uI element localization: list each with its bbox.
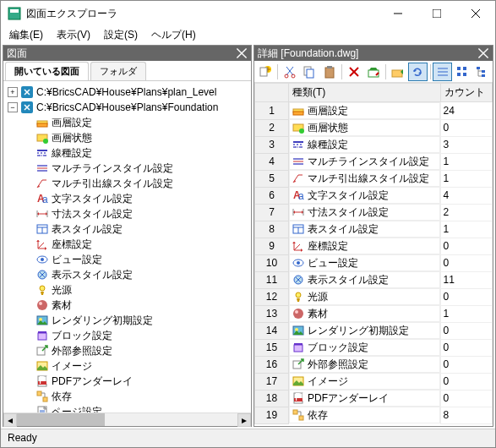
menu-view[interactable]: 表示(V)	[52, 26, 95, 43]
tree-node[interactable]: 線種設定	[52, 146, 92, 161]
type-cell[interactable]: Aa文字スタイル設定	[289, 187, 440, 204]
type-cell[interactable]: イメージ	[289, 373, 440, 390]
toolbar-tree-view-button[interactable]	[472, 63, 491, 81]
row-number[interactable]: 6	[255, 187, 289, 204]
tree-node[interactable]: 依存	[52, 390, 72, 404]
row-number[interactable]: 18	[255, 390, 289, 407]
table-row[interactable]: 11表示スタイル設定11	[255, 271, 493, 288]
row-number[interactable]: 9	[255, 238, 289, 254]
toolbar-paste-button[interactable]	[320, 63, 339, 81]
row-number[interactable]: 4	[255, 153, 289, 170]
menu-help[interactable]: ヘルプ(H)	[146, 26, 201, 43]
type-column-header[interactable]: 種類(T)	[289, 84, 441, 102]
tree-node[interactable]: 座標設定	[52, 238, 92, 252]
tree-node[interactable]: マルチラインスタイル設定	[52, 161, 173, 176]
type-cell[interactable]: 画層状態	[289, 119, 440, 136]
type-cell[interactable]: 表スタイル設定	[289, 221, 440, 238]
tree-file[interactable]: C:¥BricsCAD¥House¥Plans¥Foundation	[36, 101, 218, 113]
type-cell[interactable]: 光源	[289, 288, 440, 305]
table-row[interactable]: 8表スタイル設定1	[255, 221, 493, 238]
scroll-left-icon[interactable]: ◂	[3, 413, 17, 427]
row-number[interactable]: 15	[255, 339, 289, 356]
row-number[interactable]: 11	[255, 271, 289, 288]
close-button[interactable]	[456, 1, 495, 26]
toolbar-new-button[interactable]	[256, 63, 275, 81]
scroll-thumb[interactable]	[17, 413, 105, 426]
right-pane-close-icon[interactable]	[477, 47, 489, 59]
type-cell[interactable]: 画層設定	[289, 102, 440, 119]
toolbar-copy-button[interactable]	[300, 63, 319, 81]
type-cell[interactable]: 外部参照設定	[289, 356, 440, 373]
toolbar-refresh-button[interactable]	[408, 63, 427, 81]
table-row[interactable]: 9座標設定0	[255, 238, 493, 254]
table-row[interactable]: 10ビュー設定0	[255, 254, 493, 271]
table-row[interactable]: 14レンダリング初期設定0	[255, 322, 493, 339]
tree-node[interactable]: マルチ引出線スタイル設定	[52, 177, 173, 191]
scroll-right-icon[interactable]: ▸	[237, 413, 251, 427]
row-header-col[interactable]	[255, 84, 289, 102]
left-pane-close-icon[interactable]	[236, 47, 248, 59]
menu-settings[interactable]: 設定(S)	[99, 26, 143, 43]
maximize-button[interactable]	[417, 1, 456, 26]
row-number[interactable]: 2	[255, 119, 289, 136]
type-cell[interactable]: 表示スタイル設定	[289, 271, 440, 288]
row-number[interactable]: 12	[255, 288, 289, 305]
tree-node[interactable]: 表示スタイル設定	[52, 268, 133, 282]
menu-edit[interactable]: 編集(E)	[4, 26, 48, 43]
tab-open-drawings[interactable]: 開いている図面	[5, 62, 89, 80]
toolbar-icons-view-button[interactable]	[453, 63, 471, 81]
tree-node[interactable]: 素材	[52, 298, 72, 313]
row-number[interactable]: 14	[255, 322, 289, 339]
type-cell[interactable]: 寸法スタイル設定	[289, 204, 440, 221]
type-cell[interactable]: レンダリング初期設定	[289, 322, 440, 339]
tree-node[interactable]: 光源	[52, 283, 72, 298]
tree-node[interactable]: 寸法スタイル設定	[52, 207, 133, 221]
type-cell[interactable]: ブロック設定	[289, 339, 440, 356]
type-cell[interactable]: 依存	[289, 407, 440, 423]
toolbar-up-button[interactable]	[389, 63, 407, 81]
table-row[interactable]: 3線種設定3	[255, 136, 493, 153]
tree-file[interactable]: C:¥BricsCAD¥House¥Plans¥plan_Level	[36, 86, 216, 98]
row-number[interactable]: 13	[255, 305, 289, 322]
toolbar-cut-button[interactable]	[281, 63, 299, 81]
row-number[interactable]: 8	[255, 221, 289, 238]
type-cell[interactable]: 座標設定	[289, 238, 440, 254]
tree-node[interactable]: 画層状態	[52, 131, 92, 145]
tree-node[interactable]: ページ設定	[52, 405, 102, 413]
details-grid[interactable]: 種類(T) カウント 1画層設定242画層状態03線種設定34マルチラインスタイ…	[254, 83, 493, 426]
type-cell[interactable]: マルチ引出線スタイル設定	[289, 170, 440, 187]
toolbar-purge-button[interactable]	[364, 63, 383, 81]
minimize-button[interactable]	[379, 1, 417, 26]
expand-toggle[interactable]: +	[8, 87, 18, 97]
collapse-toggle[interactable]: −	[8, 102, 18, 112]
table-row[interactable]: 2画層状態0	[255, 119, 493, 136]
horizontal-scrollbar[interactable]: ◂ ▸	[3, 412, 251, 426]
row-number[interactable]: 17	[255, 373, 289, 390]
tree-view[interactable]: +C:¥BricsCAD¥House¥Plans¥plan_Level−C:¥B…	[3, 81, 251, 412]
type-cell[interactable]: 線種設定	[289, 136, 440, 153]
type-cell[interactable]: ビュー設定	[289, 254, 440, 271]
count-column-header[interactable]: カウント	[441, 84, 493, 102]
table-row[interactable]: 5マルチ引出線スタイル設定1	[255, 170, 493, 187]
tree-node[interactable]: ビュー設定	[52, 253, 102, 267]
table-row[interactable]: 15ブロック設定0	[255, 339, 493, 356]
type-cell[interactable]: PDFPDFアンダーレイ	[289, 390, 440, 407]
toolbar-delete-button[interactable]	[345, 63, 363, 81]
row-number[interactable]: 1	[255, 102, 289, 120]
row-number[interactable]: 16	[255, 356, 289, 373]
row-number[interactable]: 3	[255, 136, 289, 153]
tree-node[interactable]: 画層設定	[52, 116, 92, 130]
tree-node[interactable]: 表スタイル設定	[52, 222, 123, 237]
tree-node[interactable]: 外部参照設定	[52, 344, 112, 358]
table-row[interactable]: 16外部参照設定0	[255, 356, 493, 373]
table-row[interactable]: 19依存8	[255, 407, 493, 423]
table-row[interactable]: 13素材1	[255, 305, 493, 322]
toolbar-details-view-button[interactable]	[433, 63, 451, 81]
table-row[interactable]: 7寸法スタイル設定2	[255, 204, 493, 221]
type-cell[interactable]: マルチラインスタイル設定	[289, 153, 440, 170]
table-row[interactable]: 1画層設定24	[255, 102, 493, 120]
tree-node[interactable]: レンダリング初期設定	[52, 314, 153, 328]
table-row[interactable]: 6Aa文字スタイル設定4	[255, 187, 493, 204]
type-cell[interactable]: 素材	[289, 305, 440, 322]
table-row[interactable]: 17イメージ0	[255, 373, 493, 390]
